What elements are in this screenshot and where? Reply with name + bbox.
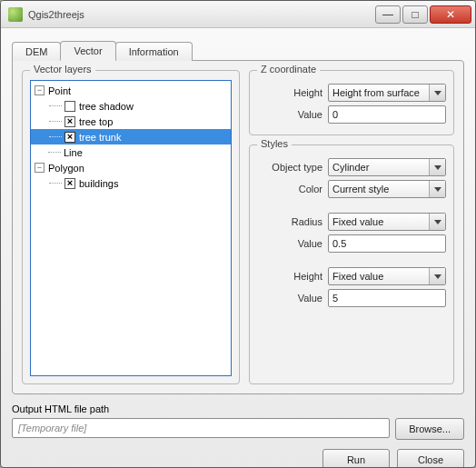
radius-value-input[interactable]: 0.5 [328,234,446,253]
tab-panel-vector: Vector layers − Point tree shadow tr [12,60,464,394]
content: DEM Vector Information Vector layers − P… [1,28,475,468]
styles-group: Styles Object type Cylinder Color Curren… [249,144,454,384]
tab-information[interactable]: Information [115,42,193,61]
radius-label: Radius [257,216,322,227]
z-coordinate-group: Z coordinate Height Height from surface … [249,70,454,135]
style-height-value-label: Value [257,293,322,304]
output-placeholder: [Temporary file] [18,423,86,433]
color-label: Color [257,184,322,194]
browse-button[interactable]: Browse... [395,418,464,440]
object-type-combo[interactable]: Cylinder [328,158,446,176]
layer-tree[interactable]: − Point tree shadow tree top [30,80,232,376]
chevron-down-icon [429,181,445,197]
z-coordinate-legend: Z coordinate [257,64,320,75]
close-icon: ✕ [446,9,455,20]
z-height-label: Height [257,87,322,98]
z-value-label: Value [257,109,322,120]
style-height-value-input[interactable]: 5 [328,289,446,307]
style-height-mode-combo[interactable]: Fixed value [328,267,446,285]
chevron-down-icon [429,85,445,101]
tab-bar: DEM Vector Information [12,39,464,61]
object-type-label: Object type [257,162,322,173]
checkbox-tree-top[interactable] [64,116,75,127]
expand-icon[interactable]: − [35,163,45,173]
chevron-down-icon [429,159,445,175]
tree-item-tree-trunk[interactable]: tree trunk [31,129,231,144]
style-height-label: Height [257,271,322,282]
tree-item-buildings[interactable]: buildings [31,175,231,191]
app-window: Qgis2threejs — □ ✕ DEM Vector Informatio… [0,0,476,468]
maximize-button[interactable]: □ [402,5,428,24]
tree-item-tree-top[interactable]: tree top [31,114,231,129]
tab-vector[interactable]: Vector [60,41,115,61]
tree-node-polygon[interactable]: − Polygon [31,160,231,175]
tree-node-line[interactable]: Line [31,144,231,160]
titlebar: Qgis2threejs — □ ✕ [1,1,475,28]
z-value-text: 0 [332,109,338,120]
style-height-value-text: 5 [332,293,338,304]
checkbox-buildings[interactable] [64,178,75,189]
z-value-input[interactable]: 0 [328,105,446,124]
output-label: Output HTML file path [12,403,464,414]
style-height-mode-value: Fixed value [332,271,383,282]
checkbox-tree-shadow[interactable] [64,101,75,112]
radius-mode-value: Fixed value [332,216,383,227]
vector-layers-group: Vector layers − Point tree shadow tr [22,70,240,384]
checkbox-tree-trunk[interactable] [64,132,75,143]
chevron-down-icon [429,268,445,284]
radius-value-text: 0.5 [332,238,346,249]
tree-node-point[interactable]: − Point [31,83,231,98]
color-value: Current style [332,184,389,194]
chevron-down-icon [429,214,445,230]
z-height-value: Height from surface [332,87,420,98]
tree-item-tree-shadow[interactable]: tree shadow [31,98,231,114]
object-type-value: Cylinder [332,162,369,173]
maximize-icon: □ [412,9,418,20]
close-button[interactable]: ✕ [430,5,471,24]
properties-column: Z coordinate Height Height from surface … [249,70,454,384]
radius-value-label: Value [257,238,322,249]
window-controls: — □ ✕ [375,5,471,24]
expand-icon[interactable]: − [35,85,45,95]
window-title: Qgis2threejs [28,9,375,20]
styles-legend: Styles [257,138,292,149]
radius-mode-combo[interactable]: Fixed value [328,213,446,231]
minimize-icon: — [382,9,393,20]
run-button[interactable]: Run [322,449,390,468]
output-section: Output HTML file path [Temporary file] B… [12,403,464,468]
minimize-button[interactable]: — [375,5,401,24]
color-combo[interactable]: Current style [328,180,446,198]
vector-layers-legend: Vector layers [30,64,95,75]
app-icon [8,7,23,22]
output-path-input[interactable]: [Temporary file] [12,418,390,438]
tab-dem[interactable]: DEM [12,42,61,61]
z-height-combo[interactable]: Height from surface [328,84,446,102]
dialog-actions: Run Close [12,449,464,468]
close-dialog-button[interactable]: Close [397,449,464,468]
